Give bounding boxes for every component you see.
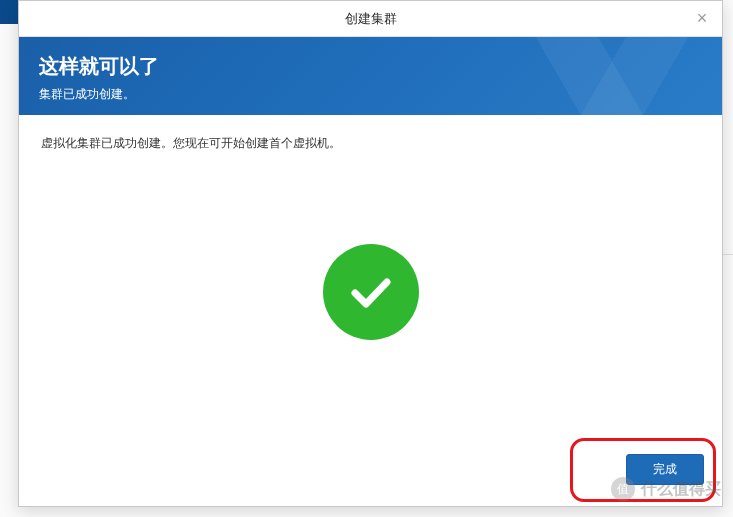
- banner: 这样就可以了 集群已成功创建。: [19, 37, 722, 115]
- content-message: 虚拟化集群已成功创建。您现在可开始创建首个虚拟机。: [41, 135, 700, 152]
- modal-content: 虚拟化集群已成功创建。您现在可开始创建首个虚拟机。: [19, 115, 722, 442]
- right-divider: [723, 254, 733, 255]
- checkmark-icon: [343, 264, 399, 320]
- done-button[interactable]: 完成: [626, 454, 704, 485]
- check-circle-icon: [323, 244, 419, 340]
- modal-header: 创建集群 ×: [19, 1, 722, 37]
- modal-footer: 完成: [19, 442, 722, 506]
- sidebar-stub: [0, 0, 18, 24]
- banner-title: 这样就可以了: [39, 53, 702, 80]
- success-indicator: [323, 244, 419, 340]
- close-icon[interactable]: ×: [692, 9, 712, 29]
- banner-subtitle: 集群已成功创建。: [39, 86, 702, 103]
- modal-title: 创建集群: [345, 10, 397, 28]
- create-cluster-modal: 创建集群 × 这样就可以了 集群已成功创建。 虚拟化集群已成功创建。您现在可开始…: [18, 0, 723, 507]
